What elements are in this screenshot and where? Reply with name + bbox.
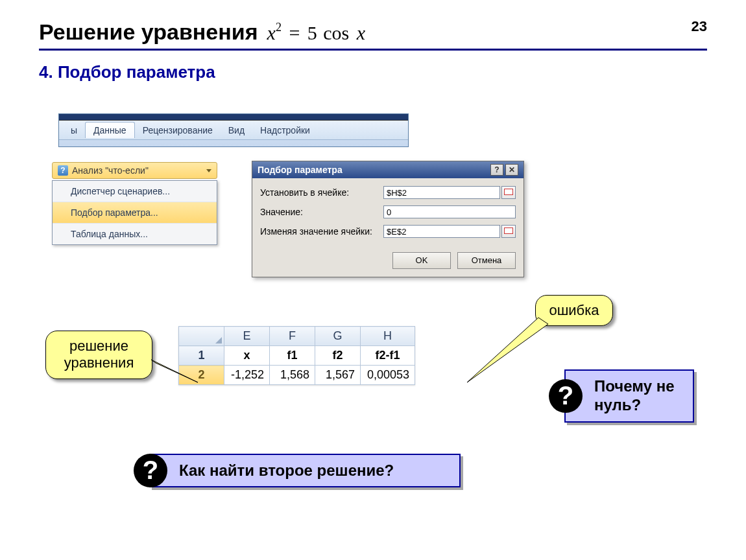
col-head-h[interactable]: H bbox=[361, 327, 415, 346]
ribbon-tab-review[interactable]: Рецензирование bbox=[135, 122, 221, 138]
subtitle: 4. Подбор параметра bbox=[39, 62, 707, 82]
slide-title: Решение уравнения bbox=[39, 19, 258, 45]
input-value[interactable] bbox=[383, 205, 516, 218]
dialog-help-button[interactable]: ? bbox=[490, 164, 503, 176]
menu-item-goalseek[interactable]: Подбор параметра... bbox=[53, 202, 217, 224]
ribbon-tab-view[interactable]: Вид bbox=[221, 122, 252, 138]
label-set-cell: Установить в ячейке: bbox=[260, 187, 383, 198]
label-by-changing: Изменяя значение ячейки: bbox=[260, 226, 383, 237]
title-row: Решение уравнения x2 = 5 cos x bbox=[39, 19, 707, 51]
dialog-titlebar: Подбор параметра ? ✕ bbox=[252, 161, 523, 178]
what-if-button[interactable]: Анализ "что-если" bbox=[52, 162, 217, 179]
question-mark-icon: ? bbox=[134, 454, 167, 487]
cell-f2[interactable]: 1,568 bbox=[270, 366, 315, 385]
row-head-2[interactable]: 2 bbox=[179, 366, 224, 385]
col-head-e[interactable]: E bbox=[224, 327, 270, 346]
what-if-label: Анализ "что-если" bbox=[72, 165, 149, 176]
cell-g2[interactable]: 1,567 bbox=[315, 366, 361, 385]
question-why-not-zero: ? Почему не нуль? bbox=[564, 369, 694, 423]
input-by-changing[interactable] bbox=[383, 225, 500, 238]
callout-solution: решение уравнения bbox=[45, 331, 152, 379]
what-if-icon bbox=[58, 165, 68, 176]
equation: x2 = 5 cos x bbox=[267, 22, 366, 44]
eq-rhs-var: x bbox=[354, 22, 365, 43]
chevron-down-icon bbox=[206, 169, 211, 172]
eq-lhs-pow: 2 bbox=[276, 21, 282, 34]
cancel-button[interactable]: Отмена bbox=[457, 252, 516, 269]
menu-item-datatable[interactable]: Таблица данных... bbox=[53, 224, 217, 244]
label-value: Значение: bbox=[260, 207, 383, 217]
question-why-text: Почему не нуль? bbox=[594, 377, 675, 414]
cell-h2[interactable]: 0,00053 bbox=[361, 366, 415, 385]
ok-button[interactable]: OK bbox=[392, 252, 451, 269]
menu-item-scenario[interactable]: Диспетчер сценариев... bbox=[53, 181, 217, 202]
question-second-solution: ? Как найти второе решение? bbox=[149, 454, 461, 487]
callout-error: ошибка bbox=[535, 295, 613, 326]
dialog-close-button[interactable]: ✕ bbox=[505, 164, 518, 176]
eq-equals: = bbox=[286, 22, 302, 43]
eq-lhs-var: x bbox=[267, 22, 276, 43]
ribbon-tab-data[interactable]: Данные bbox=[85, 122, 135, 138]
input-set-cell[interactable] bbox=[383, 186, 500, 199]
dialog-title-text: Подбор параметра bbox=[258, 165, 343, 175]
ref-picker-icon[interactable] bbox=[501, 186, 516, 199]
ribbon-tabs: ы Данные Рецензирование Вид Надстройки bbox=[59, 121, 408, 140]
col-head-f[interactable]: F bbox=[270, 327, 315, 346]
excel-grid: E F G H 1 x f1 f2 f2-f1 2 -1,252 1,568 1… bbox=[178, 326, 415, 385]
what-if-menu: Диспетчер сценариев... Подбор параметра.… bbox=[52, 180, 217, 245]
col-head-g[interactable]: G bbox=[315, 327, 361, 346]
what-if-panel: Анализ "что-если" Диспетчер сценариев...… bbox=[52, 162, 217, 245]
cell-g1[interactable]: f2 bbox=[315, 346, 361, 366]
question-mark-icon: ? bbox=[549, 379, 583, 413]
window-titlebar-fragment bbox=[59, 114, 408, 121]
eq-rhs-fn: cos bbox=[322, 22, 349, 43]
eq-rhs-coef: 5 bbox=[307, 22, 317, 43]
goal-seek-dialog: Подбор параметра ? ✕ Установить в ячейке… bbox=[252, 161, 524, 277]
row-head-1[interactable]: 1 bbox=[179, 346, 224, 366]
ref-picker-icon[interactable] bbox=[501, 225, 516, 238]
ribbon-tab-addins[interactable]: Надстройки bbox=[252, 122, 318, 138]
cell-e1[interactable]: x bbox=[224, 346, 270, 366]
cell-f1[interactable]: f1 bbox=[270, 346, 315, 366]
cell-h1[interactable]: f2-f1 bbox=[361, 346, 415, 366]
ribbon-tab-partial[interactable]: ы bbox=[63, 122, 85, 138]
page-number: 23 bbox=[692, 18, 707, 35]
ribbon-snippet: ы Данные Рецензирование Вид Надстройки bbox=[58, 113, 409, 147]
cell-e2[interactable]: -1,252 bbox=[224, 366, 270, 385]
select-all-corner[interactable] bbox=[179, 327, 224, 346]
question-how-text: Как найти второе решение? bbox=[179, 461, 394, 479]
